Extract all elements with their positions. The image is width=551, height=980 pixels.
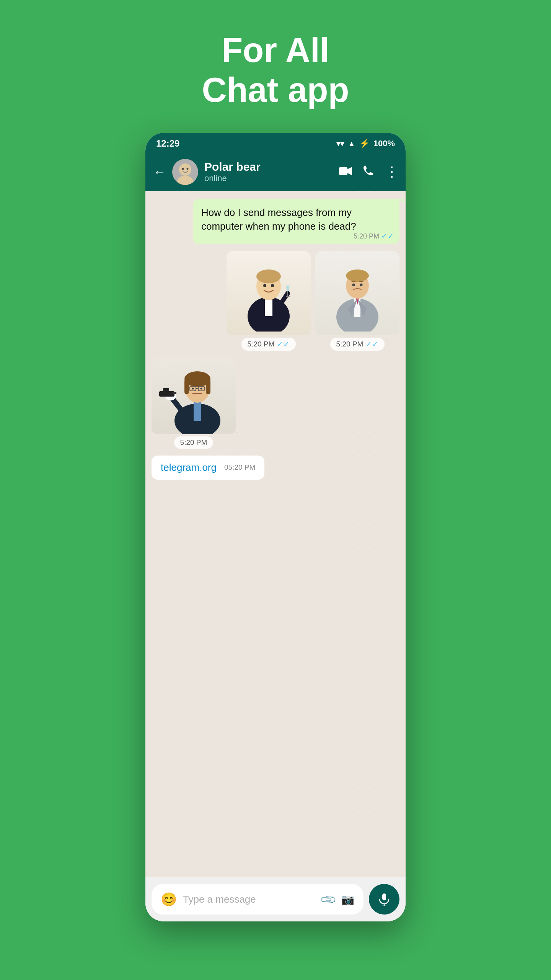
svg-point-11 bbox=[256, 270, 281, 283]
svg-line-14 bbox=[280, 293, 288, 305]
svg-point-24 bbox=[352, 283, 355, 286]
more-options-button[interactable]: ⋮ bbox=[385, 165, 398, 179]
header-actions: ⋮ bbox=[339, 165, 398, 179]
avatar bbox=[172, 159, 198, 185]
svg-point-23 bbox=[346, 270, 369, 282]
page-title: For All Chat app bbox=[202, 31, 349, 110]
mic-icon bbox=[377, 892, 391, 906]
wifi-icon: ▾▾ bbox=[336, 139, 344, 148]
svg-rect-30 bbox=[184, 379, 189, 394]
battery-icon: ⚡ bbox=[359, 139, 370, 149]
sticker-suit-man: 5:20 PM ✓✓ bbox=[315, 251, 399, 351]
contact-info: Polar bear online bbox=[204, 160, 333, 183]
svg-point-36 bbox=[201, 387, 202, 389]
sticker-gun-man: 5:20 PM bbox=[152, 358, 236, 449]
svg-point-4 bbox=[187, 168, 189, 170]
svg-rect-42 bbox=[173, 392, 176, 394]
emoji-button[interactable]: 😊 bbox=[161, 892, 177, 907]
sticker-time-1: 5:20 PM ✓✓ bbox=[241, 338, 296, 351]
contact-name: Polar bear bbox=[204, 160, 333, 173]
svg-rect-41 bbox=[163, 388, 169, 392]
link-bubble: telegram.org 05:20 PM bbox=[152, 456, 264, 480]
svg-rect-27 bbox=[194, 402, 201, 421]
message-placeholder[interactable]: Type a message bbox=[183, 893, 315, 905]
link-time: 05:20 PM bbox=[224, 463, 255, 472]
svg-rect-5 bbox=[339, 167, 347, 175]
sticker-time-3: 5:20 PM bbox=[174, 436, 214, 449]
link-text[interactable]: telegram.org bbox=[161, 462, 217, 474]
chat-body: How do I send messages from my computer … bbox=[145, 191, 406, 877]
svg-line-38 bbox=[173, 399, 182, 411]
status-bar: 12:29 ▾▾ ▲ ⚡ 100% bbox=[145, 133, 406, 153]
svg-point-3 bbox=[182, 168, 184, 170]
svg-point-13 bbox=[271, 284, 274, 287]
phone-mockup: 12:29 ▾▾ ▲ ⚡ 100% ← Polar bear online bbox=[145, 133, 406, 921]
sticker-tuxedo-man: 5:20 PM ✓✓ bbox=[227, 251, 311, 351]
battery-percent: 100% bbox=[373, 139, 395, 149]
video-call-button[interactable] bbox=[339, 165, 352, 179]
attach-button[interactable]: 📎 bbox=[319, 890, 337, 908]
camera-button[interactable]: 📷 bbox=[341, 893, 354, 906]
contact-status: online bbox=[204, 173, 333, 183]
sticker-row: 5:20 PM ✓✓ bbox=[227, 251, 399, 351]
svg-point-35 bbox=[192, 387, 194, 389]
message-time: 5:20 PM ✓✓ bbox=[354, 230, 394, 241]
message-text: How do I send messages from my computer … bbox=[201, 207, 356, 232]
svg-rect-40 bbox=[159, 391, 174, 397]
chat-header: ← Polar bear online bbox=[145, 153, 406, 191]
svg-rect-31 bbox=[206, 379, 210, 394]
back-button[interactable]: ← bbox=[153, 165, 166, 180]
svg-marker-6 bbox=[347, 167, 352, 175]
svg-point-12 bbox=[263, 284, 266, 287]
message-bubble-out: How do I send messages from my computer … bbox=[193, 199, 399, 244]
status-time: 12:29 bbox=[156, 138, 179, 149]
input-field[interactable]: 😊 Type a message 📎 📷 bbox=[152, 884, 364, 915]
input-bar: 😊 Type a message 📎 📷 bbox=[145, 877, 406, 921]
signal-icon: ▲ bbox=[348, 139, 355, 148]
svg-rect-43 bbox=[382, 893, 386, 900]
svg-point-25 bbox=[360, 283, 363, 286]
svg-point-1 bbox=[179, 163, 191, 176]
mic-button[interactable] bbox=[369, 884, 399, 915]
phone-call-button[interactable] bbox=[363, 165, 374, 179]
sticker-time-2: 5:20 PM ✓✓ bbox=[330, 338, 385, 351]
